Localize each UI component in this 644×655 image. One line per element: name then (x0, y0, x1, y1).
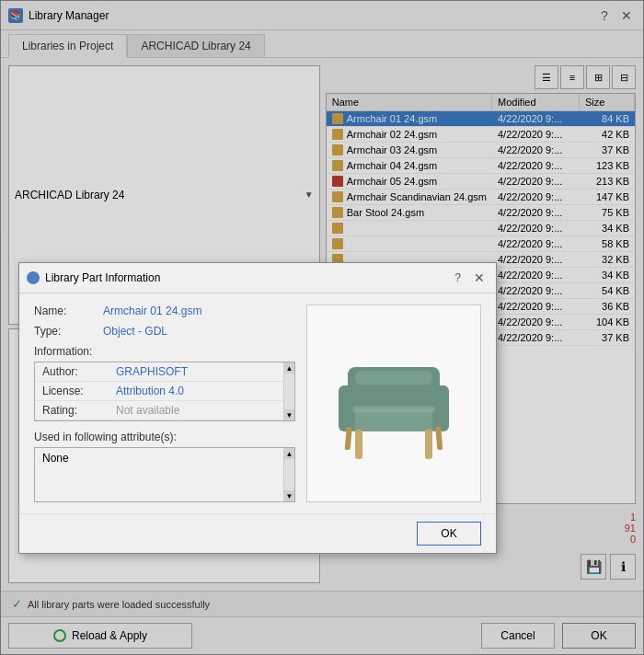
armchair-preview-image (320, 330, 467, 477)
rating-label: Rating: (35, 401, 109, 419)
svg-rect-5 (425, 430, 432, 459)
svg-rect-4 (355, 430, 362, 459)
info-name-label: Name: (34, 305, 103, 317)
info-row-name: Name: Armchair 01 24.gsm (34, 305, 295, 317)
library-part-info-dialog: Library Part Information ? ✕ Name: Armch… (18, 262, 497, 554)
info-row-type: Type: Object - GDL (34, 325, 295, 338)
dialog-overlay: Library Part Information ? ✕ Name: Armch… (0, 0, 644, 655)
dialog-footer: OK (19, 513, 496, 553)
license-label: License: (35, 382, 109, 400)
dialog-preview (306, 305, 481, 502)
info-section: Information: Author: GRAPHISOFT License:… (34, 345, 295, 421)
dialog-title-left: Library Part Information (27, 271, 160, 284)
info-table-row-author: Author: GRAPHISOFT (35, 362, 283, 382)
dialog-controls: ? ✕ (449, 269, 489, 287)
scroll-down-button[interactable]: ▼ (284, 490, 294, 501)
scroll-up-button[interactable]: ▲ (284, 448, 294, 459)
used-in-section: Used in following attribute(s): None ▲ ▼ (34, 431, 295, 502)
info-table: Author: GRAPHISOFT License: Attribution … (34, 362, 295, 421)
dialog-title-bar: Library Part Information ? ✕ (19, 263, 496, 293)
dialog-app-icon (27, 271, 40, 284)
info-table-row-license: License: Attribution 4.0 (35, 382, 283, 401)
used-in-content: None (35, 448, 283, 501)
scroll-up-button[interactable]: ▲ (284, 362, 294, 373)
dialog-body: Name: Armchair 01 24.gsm Type: Object - … (19, 293, 496, 513)
info-type-label: Type: (34, 325, 103, 338)
svg-rect-8 (352, 406, 435, 413)
info-name-value: Armchair 01 24.gsm (103, 305, 201, 317)
info-section-title: Information: (34, 345, 295, 358)
dialog-close-button[interactable]: ✕ (470, 269, 489, 287)
used-in-box: None ▲ ▼ (34, 447, 295, 502)
scroll-down-button[interactable]: ▼ (284, 409, 294, 420)
rating-value: Not available (109, 401, 283, 419)
dialog-help-button[interactable]: ? (449, 270, 466, 286)
author-label: Author: (35, 362, 109, 381)
svg-rect-9 (355, 371, 432, 385)
used-in-title: Used in following attribute(s): (34, 431, 295, 443)
info-scrollbar[interactable]: ▲ ▼ (283, 362, 294, 420)
used-in-scrollbar[interactable]: ▲ ▼ (283, 448, 294, 501)
dialog-title-text: Library Part Information (45, 271, 160, 284)
info-type-value: Object - GDL (103, 325, 167, 338)
dialog-ok-button[interactable]: OK (417, 522, 481, 546)
dialog-info-panel: Name: Armchair 01 24.gsm Type: Object - … (34, 305, 295, 502)
used-in-value: None (42, 452, 69, 465)
author-value: GRAPHISOFT (109, 362, 283, 381)
info-table-content: Author: GRAPHISOFT License: Attribution … (35, 362, 283, 420)
license-value: Attribution 4.0 (109, 382, 283, 400)
info-table-row-rating: Rating: Not available (35, 401, 283, 420)
